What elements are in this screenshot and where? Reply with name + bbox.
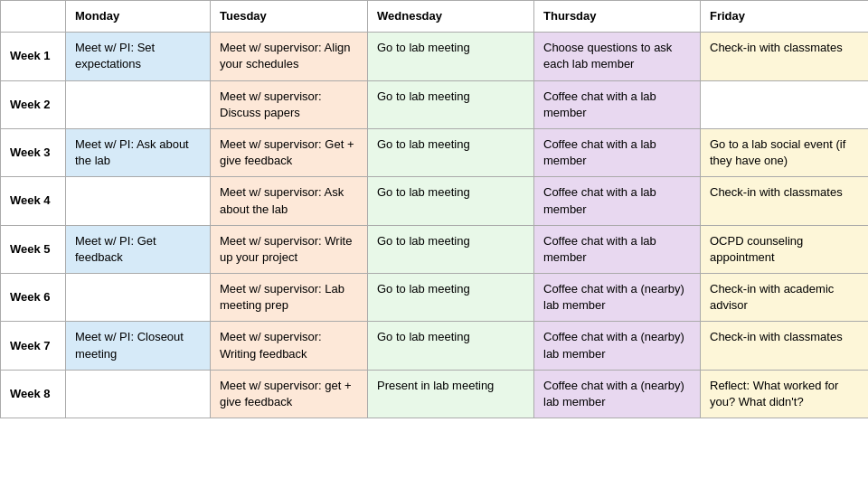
cell-week-6-friday: Check-in with academic advisor	[701, 274, 869, 322]
cell-week-8-monday	[66, 370, 211, 418]
cell-week-7-tuesday: Meet w/ supervisor: Writing feedback	[211, 322, 368, 370]
cell-week-4-friday: Check-in with classmates	[701, 177, 869, 225]
cell-week-8-friday: Reflect: What worked for you? What didn'…	[701, 370, 869, 418]
cell-week-3-wednesday: Go to lab meeting	[368, 128, 534, 176]
cell-week-2-friday	[701, 80, 869, 128]
week-label: Week 7	[1, 322, 66, 370]
cell-week-7-monday: Meet w/ PI: Closeout meeting	[66, 322, 211, 370]
week-label: Week 1	[1, 33, 66, 80]
header-monday: Monday	[66, 1, 211, 33]
header-week	[1, 1, 66, 33]
cell-week-3-monday: Meet w/ PI: Ask about the lab	[66, 128, 211, 176]
cell-week-6-monday	[66, 274, 211, 322]
cell-week-5-monday: Meet w/ PI: Get feedback	[66, 225, 211, 273]
cell-week-8-wednesday: Present in lab meeting	[368, 370, 534, 418]
cell-week-1-monday: Meet w/ PI: Set expectations	[66, 33, 211, 80]
cell-week-1-tuesday: Meet w/ supervisor: Align your schedules	[211, 33, 368, 80]
cell-week-3-friday: Go to a lab social event (if they have o…	[701, 128, 869, 176]
cell-week-4-wednesday: Go to lab meeting	[368, 177, 534, 225]
cell-week-3-thursday: Coffee chat with a lab member	[534, 128, 701, 176]
cell-week-7-friday: Check-in with classmates	[701, 322, 869, 370]
cell-week-1-friday: Check-in with classmates	[701, 33, 869, 80]
cell-week-5-tuesday: Meet w/ supervisor: Write up your projec…	[211, 225, 368, 273]
header-tuesday: Tuesday	[211, 1, 368, 33]
cell-week-5-wednesday: Go to lab meeting	[368, 225, 534, 273]
header-thursday: Thursday	[534, 1, 701, 33]
cell-week-2-wednesday: Go to lab meeting	[368, 80, 534, 128]
cell-week-3-tuesday: Meet w/ supervisor: Get + give feedback	[211, 128, 368, 176]
cell-week-7-wednesday: Go to lab meeting	[368, 322, 534, 370]
cell-week-1-thursday: Choose questions to ask each lab member	[534, 33, 701, 80]
cell-week-2-thursday: Coffee chat with a lab member	[534, 80, 701, 128]
week-label: Week 2	[1, 80, 66, 128]
cell-week-2-tuesday: Meet w/ supervisor: Discuss papers	[211, 80, 368, 128]
cell-week-2-monday	[66, 80, 211, 128]
cell-week-6-thursday: Coffee chat with a (nearby) lab member	[534, 274, 701, 322]
cell-week-4-monday	[66, 177, 211, 225]
cell-week-4-tuesday: Meet w/ supervisor: Ask about the lab	[211, 177, 368, 225]
cell-week-1-wednesday: Go to lab meeting	[368, 33, 534, 80]
cell-week-8-thursday: Coffee chat with a (nearby) lab member	[534, 370, 701, 418]
week-label: Week 8	[1, 370, 66, 418]
schedule-table: Monday Tuesday Wednesday Thursday Friday…	[0, 0, 868, 418]
header-wednesday: Wednesday	[368, 1, 534, 33]
week-label: Week 4	[1, 177, 66, 225]
cell-week-8-tuesday: Meet w/ supervisor: get + give feedback	[211, 370, 368, 418]
week-label: Week 3	[1, 128, 66, 176]
cell-week-5-friday: OCPD counseling appointment	[701, 225, 869, 273]
cell-week-5-thursday: Coffee chat with a lab member	[534, 225, 701, 273]
cell-week-6-wednesday: Go to lab meeting	[368, 274, 534, 322]
week-label: Week 5	[1, 225, 66, 273]
week-label: Week 6	[1, 274, 66, 322]
cell-week-4-thursday: Coffee chat with a lab member	[534, 177, 701, 225]
cell-week-6-tuesday: Meet w/ supervisor: Lab meeting prep	[211, 274, 368, 322]
cell-week-7-thursday: Coffee chat with a (nearby) lab member	[534, 322, 701, 370]
header-friday: Friday	[701, 1, 869, 33]
